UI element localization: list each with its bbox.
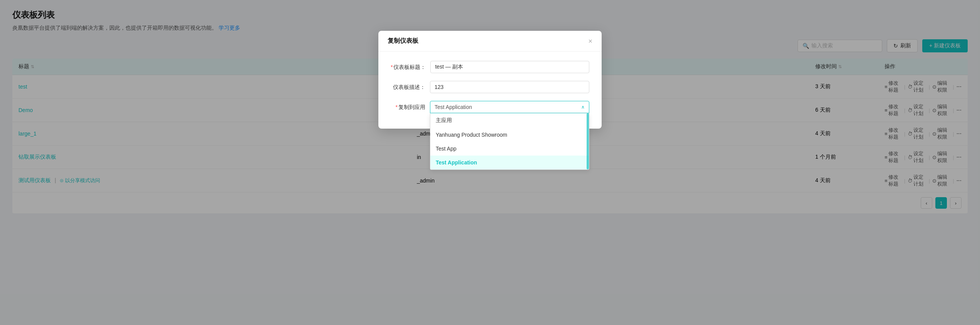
dropdown-option-yanhuang[interactable]: Yanhuang Product Showroom	[430, 128, 589, 142]
modal-header: 复制仪表板 ×	[378, 31, 602, 52]
dashboard-desc-row: 仪表板描述：	[391, 81, 589, 93]
copy-to-app-row: *复制到应用 Test Application ∧ 主应用 Yanhuang P…	[391, 101, 589, 113]
chevron-up-icon: ∧	[581, 104, 585, 110]
modal-title: 复制仪表板	[388, 37, 418, 45]
app-dropdown-list: 主应用 Yanhuang Product Showroom Test App T…	[430, 113, 589, 170]
scrollbar-hint	[587, 113, 589, 169]
dashboard-title-input[interactable]	[430, 61, 589, 73]
dashboard-title-row: *仪表板标题：	[391, 61, 589, 73]
app-select-wrap: Test Application ∧ 主应用 Yanhuang Product …	[430, 101, 589, 113]
app-select-value: Test Application	[435, 104, 472, 110]
dropdown-option-test-application[interactable]: Test Application	[430, 156, 589, 169]
dropdown-option-main-app[interactable]: 主应用	[430, 113, 589, 128]
copy-to-app-label: *复制到应用	[391, 101, 425, 111]
required-star-2: *	[396, 104, 398, 110]
copy-dashboard-modal: 复制仪表板 × *仪表板标题： 仪表板描述： *复制到应用	[378, 31, 602, 129]
modal-overlay: 复制仪表板 × *仪表板标题： 仪表板描述： *复制到应用	[0, 0, 980, 325]
dashboard-desc-input[interactable]	[430, 81, 589, 93]
app-select-display[interactable]: Test Application ∧	[430, 101, 589, 113]
dashboard-desc-label: 仪表板描述：	[391, 81, 425, 91]
modal-body: *仪表板标题： 仪表板描述： *复制到应用 Test Application	[378, 52, 602, 113]
modal-close-button[interactable]: ×	[588, 38, 592, 45]
dropdown-option-test-app[interactable]: Test App	[430, 142, 589, 156]
required-star: *	[391, 64, 393, 70]
dashboard-title-label: *仪表板标题：	[391, 61, 426, 71]
